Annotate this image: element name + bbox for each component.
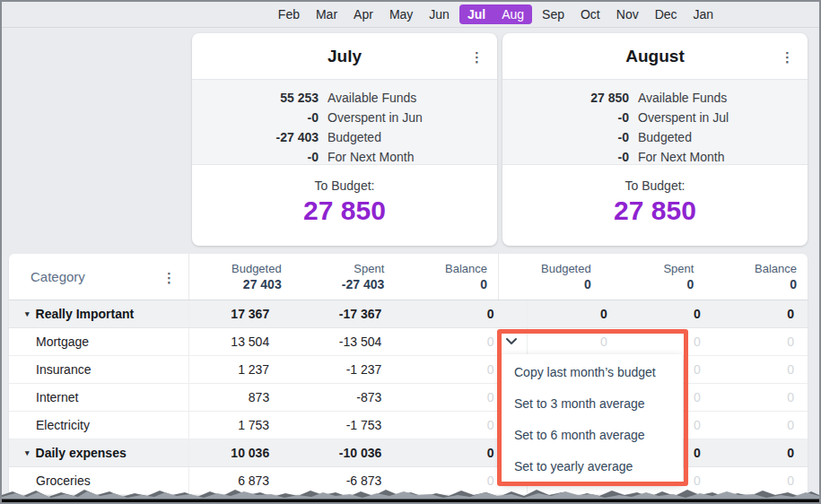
month-tab-aug[interactable]: Aug <box>493 4 532 24</box>
cell-jul-budgeted[interactable]: 873 <box>189 390 301 404</box>
cell-aug-balance[interactable]: 0 <box>714 307 808 321</box>
summary-label: Budgeted <box>638 130 692 144</box>
collapse-arrow-icon[interactable]: ▾ <box>25 448 30 457</box>
card-title: August <box>625 47 684 66</box>
month-tab-may[interactable]: May <box>381 4 421 24</box>
column-total: -27 403 <box>293 277 385 291</box>
cell-aug-balance[interactable]: 0 <box>714 418 808 432</box>
card-header: July ⋮ <box>192 33 497 80</box>
cell-jul-budgeted[interactable]: 6 873 <box>189 474 301 488</box>
cell-aug-balance[interactable]: 0 <box>714 474 808 488</box>
month-tab-feb[interactable]: Feb <box>270 4 308 24</box>
summary-label: Overspent in Jun <box>328 110 423 125</box>
cell-jul-spent[interactable]: -10 036 <box>301 446 414 460</box>
summary-value: -0 <box>502 150 629 164</box>
cell-jul-budgeted[interactable]: 1 753 <box>189 418 301 432</box>
cell-aug-budgeted[interactable]: 0 <box>527 328 621 355</box>
cell-jul-spent[interactable]: -873 <box>301 390 414 404</box>
table-row-group[interactable]: ▾ Really Important 17 367 -17 367 0 0 0 … <box>9 300 808 328</box>
to-budget-label: To Budget: <box>625 178 686 193</box>
table-row[interactable]: Electricity 1 753 -1 753 0 0 0 0 <box>9 412 808 439</box>
cell-jul-balance[interactable]: 0 <box>414 307 526 321</box>
cell-aug-balance[interactable]: 0 <box>714 446 808 460</box>
to-budget-amount: 27 850 <box>303 196 386 226</box>
month-tab-jul[interactable]: Jul <box>459 4 493 24</box>
column-label: Budgeted <box>189 262 282 275</box>
category-header-label: Category <box>31 269 85 284</box>
cell-aug-balance[interactable]: 0 <box>714 362 808 377</box>
menu-item-3-month-average[interactable]: Set to 3 month average <box>502 387 683 419</box>
to-budget-section: To Budget: 27 850 <box>192 165 497 246</box>
summary-label: For Next Month <box>638 150 724 164</box>
summary-value: -0 <box>502 130 629 144</box>
july-card: July ⋮ 55 253Available Funds -0Overspent… <box>192 33 497 246</box>
cell-jul-spent[interactable]: -13 504 <box>301 335 414 349</box>
cell-jul-budgeted[interactable]: 10 036 <box>189 446 301 460</box>
summary-label: Overspent in Jul <box>638 110 729 125</box>
column-total: 0 <box>499 277 591 291</box>
cell-jul-budgeted[interactable]: 17 367 <box>189 307 301 321</box>
column-total: 0 <box>602 277 694 291</box>
cell-jul-budgeted[interactable]: 1 237 <box>189 362 301 377</box>
column-total: 27 403 <box>189 277 282 291</box>
column-label: Balance <box>395 262 487 275</box>
summary-value: -27 403 <box>192 130 319 144</box>
category-cell[interactable]: Electricity <box>9 412 189 439</box>
budget-summary: 27 850Available Funds -0Overspent in Jul… <box>502 80 808 165</box>
category-name: Really Important <box>36 307 135 321</box>
menu-item-copy-last-month[interactable]: Copy last month’s budget <box>502 356 683 387</box>
cell-aug-balance[interactable]: 0 <box>714 335 808 349</box>
budget-app-window: Feb Mar Apr May Jun Jul Aug Sep Oct Nov … <box>0 0 821 504</box>
month-tab-oct[interactable]: Oct <box>572 4 608 24</box>
to-budget-section: To Budget: 27 850 <box>502 165 808 246</box>
month-tab-sep[interactable]: Sep <box>534 4 572 24</box>
category-cell[interactable]: ▾ Really Important <box>9 300 189 327</box>
column-label: Spent <box>602 262 694 275</box>
cell-aug-spent[interactable]: 0 <box>621 307 714 321</box>
kebab-menu-icon[interactable]: ⋮ <box>781 49 794 63</box>
menu-item-yearly-average[interactable]: Set to yearly average <box>502 450 683 482</box>
category-cell[interactable]: Insurance <box>9 356 189 383</box>
column-total: 0 <box>395 277 487 291</box>
header-jul-budgeted: Budgeted 27 403 <box>189 254 293 300</box>
collapse-arrow-icon[interactable]: ▾ <box>25 309 30 318</box>
table-row[interactable]: Insurance 1 237 -1 237 0 0 0 0 <box>9 356 808 384</box>
cell-jul-spent[interactable]: -1 237 <box>301 362 414 377</box>
kebab-menu-icon[interactable]: ⋮ <box>162 270 176 283</box>
cell-aug-budgeted[interactable]: 0 <box>527 300 621 327</box>
table-row-group[interactable]: ▾ Daily expenses 10 036 -10 036 0 0 0 0 <box>9 439 808 467</box>
cell-jul-budgeted[interactable]: 13 504 <box>189 335 301 349</box>
cell-jul-spent[interactable]: -17 367 <box>301 307 414 321</box>
cell-aug-spent[interactable]: 0 <box>621 335 714 349</box>
header-aug-balance: Balance 0 <box>704 254 808 300</box>
budget-summary: 55 253Available Funds -0Overspent in Jun… <box>192 80 497 165</box>
column-label: Budgeted <box>499 262 591 275</box>
summary-label: For Next Month <box>328 150 414 164</box>
category-cell[interactable]: Internet <box>9 384 189 411</box>
cell-jul-spent[interactable]: -1 753 <box>301 418 414 432</box>
table-row[interactable]: Mortgage 13 504 -13 504 0 0 0 0 <box>9 328 808 356</box>
column-label: Spent <box>293 262 385 275</box>
month-tab-jun[interactable]: Jun <box>421 4 458 24</box>
kebab-menu-icon[interactable]: ⋮ <box>470 49 484 63</box>
month-tab-apr[interactable]: Apr <box>345 4 381 24</box>
header-jul-spent: Spent -27 403 <box>293 254 396 300</box>
summary-value: -0 <box>502 110 629 125</box>
header-jul-balance: Balance 0 <box>395 254 498 300</box>
category-cell[interactable]: ▾ Daily expenses <box>9 439 189 466</box>
chevron-down-icon[interactable] <box>505 334 521 346</box>
summary-value: -0 <box>192 150 319 164</box>
month-tab-nov[interactable]: Nov <box>608 4 647 24</box>
month-tab-jan[interactable]: Jan <box>686 4 722 24</box>
month-tab-dec[interactable]: Dec <box>647 4 686 24</box>
summary-value: 55 253 <box>192 91 319 105</box>
menu-item-6-month-average[interactable]: Set to 6 month average <box>502 419 683 450</box>
category-name: Daily expenses <box>36 446 127 460</box>
cell-jul-spent[interactable]: -6 873 <box>301 474 414 488</box>
month-tab-mar[interactable]: Mar <box>308 4 345 24</box>
table-row[interactable]: Internet 873 -873 0 0 0 0 <box>9 384 808 412</box>
category-name: Insurance <box>36 362 91 377</box>
budget-table: Category ⋮ Budgeted 27 403 Spent -27 403… <box>9 254 808 495</box>
cell-aug-balance[interactable]: 0 <box>714 390 808 404</box>
category-cell[interactable]: Mortgage <box>9 328 189 355</box>
